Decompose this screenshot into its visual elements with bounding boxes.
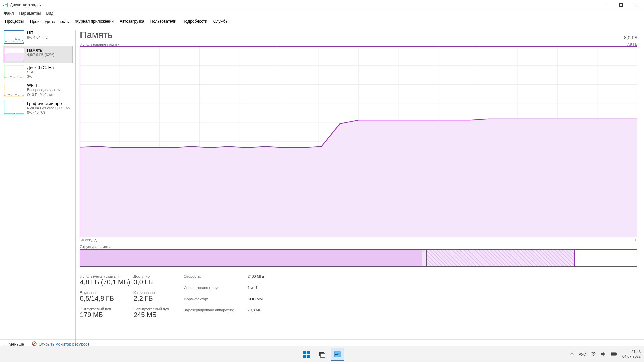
page-title: Память [80,29,113,40]
main-panel: Память 8,0 ГБ Использование памяти 7,9 Г… [76,25,644,354]
stat-in-use-label: Используется (сжатая) [80,274,133,278]
disk-thumbnail [4,65,24,78]
wifi-icon[interactable] [591,351,596,357]
sidebar-item-gpu[interactable]: Графический про NVIDIA GeForce GTX 165 0… [3,99,73,117]
svg-rect-41 [616,353,617,355]
wifi-label: Wi-Fi [27,83,60,88]
stat-slots-label: Использовано гнезд: [184,286,248,296]
sidebar: ЦП 8% 4,04 ГГц Память 4,9/7,9 ГБ (62%) Д… [0,25,75,354]
composition-segment [422,250,426,266]
cpu-thumbnail [4,30,24,44]
memory-sub: 4,9/7,9 ГБ (62%) [27,53,54,57]
minimize-button[interactable] [598,0,613,10]
stats: Используется (сжатая) 4,8 ГБ (70,1 МБ) Д… [80,274,637,319]
chart-bottom-left-label: 60 секунд [80,238,97,242]
composition-segment [427,250,575,266]
svg-rect-31 [303,351,306,354]
language-indicator[interactable]: РУС [579,352,586,356]
svg-rect-36 [320,353,325,357]
chart-top-left-label: Использование памяти [80,42,119,46]
app-icon [3,2,8,8]
stat-form-label: Форм-фактор: [184,297,248,308]
stat-reserved: 79,8 МБ [248,308,274,319]
maximize-button[interactable] [613,0,629,10]
menubar: Файл Параметры Вид [0,10,644,17]
cpu-label: ЦП [27,30,48,35]
tab-processes[interactable]: Процессы [2,17,27,25]
page-capacity: 8,0 ГБ [624,35,637,40]
tab-users[interactable]: Пользователи [147,17,179,25]
composition-segment [575,250,637,266]
chart-bottom-right-label: 0 [635,238,637,242]
stat-paged: 179 МБ [80,311,133,319]
svg-rect-34 [307,355,310,358]
svg-point-38 [593,355,594,356]
svg-rect-33 [303,355,306,358]
sidebar-item-disk[interactable]: Диск 0 (C: E:) SSD 3% [3,63,73,81]
content: ЦП 8% 4,04 ГГц Память 4,9/7,9 ГБ (62%) Д… [0,25,644,354]
stat-cached-label: Кэшировано [133,291,177,295]
svg-rect-32 [307,351,310,354]
tab-details[interactable]: Подробности [179,17,210,25]
stat-available-label: Доступно [133,274,177,278]
titlebar: Диспетчер задач [0,0,644,10]
disk-sub1: SSD [27,70,54,74]
close-button[interactable] [629,0,644,10]
stat-nonpaged-label: Невыгружаемый пул [133,307,177,311]
menu-options[interactable]: Параметры [17,10,44,17]
composition-segment [80,250,422,266]
taskbar[interactable]: РУС 21:46 04.07.2022 [0,346,644,362]
gpu-thumbnail [4,101,24,114]
svg-marker-39 [601,352,604,356]
menu-view[interactable]: Вид [43,10,56,17]
memory-thumbnail [4,48,24,61]
start-button[interactable] [300,348,313,361]
clock[interactable]: 21:46 04.07.2022 [622,350,641,358]
date: 04.07.2022 [622,354,641,359]
svg-rect-2 [620,3,623,6]
tabstrip: Процессы Производительность Журнал прило… [0,17,644,25]
volume-icon[interactable] [601,351,606,357]
svg-rect-42 [611,353,616,355]
time: 21:46 [622,350,641,354]
stat-nonpaged: 245 МБ [133,311,177,319]
sidebar-item-cpu[interactable]: ЦП 8% 4,04 ГГц [3,28,73,46]
svg-rect-5 [4,54,7,61]
battery-icon[interactable] [611,352,618,357]
stat-slots: 1 из 1 [248,286,274,296]
stat-form: SODIMM [248,297,274,308]
tab-services[interactable]: Службы [210,17,231,25]
tab-app-history[interactable]: Журнал приложений [72,17,117,25]
tab-startup[interactable]: Автозагрузка [117,17,147,25]
memory-chart[interactable] [80,46,637,237]
stat-cached: 2,2 ГБ [133,295,177,302]
disk-label: Диск 0 (C: E:) [27,65,54,70]
svg-rect-6 [7,53,24,61]
stat-available: 3,0 ГБ [133,278,177,286]
memory-composition[interactable] [80,249,637,267]
wifi-thumbnail [4,83,24,96]
gpu-sub1: NVIDIA GeForce GTX 165 [27,106,70,110]
disk-sub2: 3% [27,74,54,79]
sidebar-item-memory[interactable]: Память 4,9/7,9 ГБ (62%) [3,46,73,63]
window-title: Диспетчер задач [10,3,598,7]
gpu-label: Графический про [27,101,70,106]
stat-speed: 2400 МГц [248,274,274,285]
taskmgr-taskbar-icon[interactable] [331,348,344,361]
tab-performance[interactable]: Производительность [27,18,72,25]
chart-top-right-label: 7,9 ГБ [627,42,637,46]
chevron-up-icon[interactable] [570,352,574,357]
svg-line-30 [33,342,36,345]
gpu-sub2: 0% (46 °C) [27,110,70,115]
stat-committed: 6,5/14,8 ГБ [80,295,133,302]
sidebar-item-wifi[interactable]: Wi-Fi Беспроводная сеть О: 0 П: 0 кбит/с [3,81,73,99]
task-view-button[interactable] [315,348,329,361]
menu-file[interactable]: Файл [1,10,17,17]
cpu-sub: 8% 4,04 ГГц [27,35,48,40]
stat-paged-label: Выгружаемый пул [80,307,133,311]
systray[interactable]: РУС 21:46 04.07.2022 [570,350,641,358]
stat-speed-label: Скорость: [184,274,248,285]
stat-committed-label: Выделено [80,291,133,295]
composition-label: Структура памяти [80,245,637,249]
stat-reserved-label: Зарезервировано аппаратно: [184,308,248,319]
